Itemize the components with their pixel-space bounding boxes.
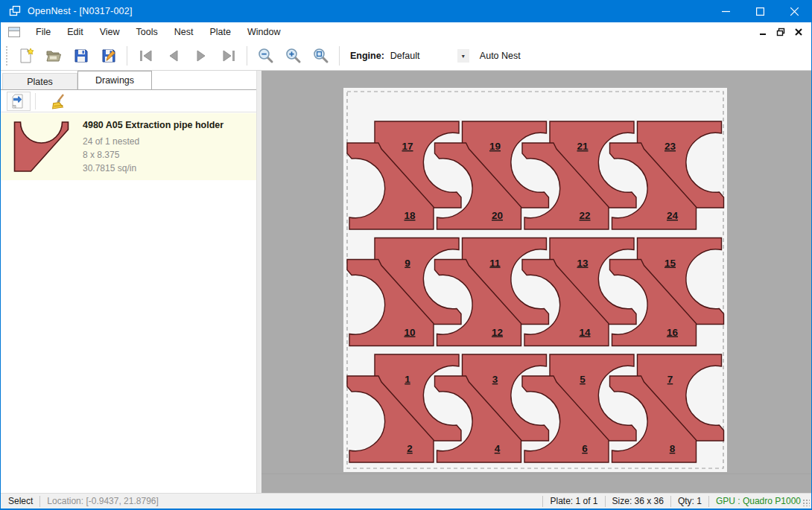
zoom-fit-icon [312,47,330,65]
part-thumbnail [1,113,83,180]
status-location: Location: [-0.9437, 21.8796] [47,496,158,506]
part-label-16: 16 [667,327,679,338]
part-label-10: 10 [404,327,415,338]
go-last-button[interactable] [216,45,241,67]
status-qty: Qty: 1 [678,496,702,506]
part-label-24: 24 [667,210,679,221]
zoom-fit-button[interactable] [308,45,334,67]
title-bar: OpenNest - [N0317-002] [1,0,811,22]
status-separator [605,496,606,507]
zoom-out-button[interactable] [253,45,279,67]
minimize-button[interactable] [708,0,743,22]
menu-window[interactable]: Window [239,24,288,40]
toolbar-grip[interactable] [5,46,9,66]
main-toolbar: Engine: Default ▾ Auto Nest [1,42,811,71]
status-separator [542,496,543,507]
part-label-13: 13 [577,258,589,269]
go-next-icon [192,47,210,65]
save-icon [72,47,90,65]
menu-edit[interactable]: Edit [59,24,92,40]
status-separator [39,496,40,507]
chevron-down-icon[interactable]: ▾ [457,49,469,63]
mdi-document-icon[interactable] [8,27,20,37]
minimize-icon [722,7,730,16]
maximize-icon [756,7,764,16]
panel-toolbar-separator [35,93,36,109]
part-label-23: 23 [664,141,676,152]
drawing-title: 4980 A05 Extraction pipe holder [83,120,223,130]
menu-nest[interactable]: Nest [166,24,202,40]
part-label-5: 5 [580,374,586,385]
mdi-close-icon [795,28,802,36]
zoom-out-icon [257,47,275,65]
new-button[interactable] [13,45,39,67]
status-gpu: GPU : Quadro P1000 [716,496,801,506]
mdi-minimize-button[interactable] [756,26,770,38]
part-label-22: 22 [579,210,590,221]
part-label-18: 18 [404,210,416,221]
mdi-restore-button[interactable] [774,26,787,38]
go-first-button[interactable] [133,45,159,67]
go-previous-icon [165,47,183,65]
go-first-icon [137,47,155,65]
part-label-20: 20 [492,210,503,221]
save-as-button[interactable] [96,45,121,67]
engine-combobox[interactable]: Default ▾ [389,47,469,65]
open-folder-icon [45,47,63,65]
clean-button[interactable] [46,92,70,111]
open-button[interactable] [41,45,66,67]
engine-value: Default [389,51,457,61]
new-document-icon [17,47,35,65]
menu-view[interactable]: View [92,24,128,40]
part-label-4: 4 [495,443,501,454]
close-button[interactable] [777,0,811,22]
status-separator [670,496,671,507]
menu-tools[interactable]: Tools [128,24,166,40]
panel-splitter[interactable] [256,71,261,493]
drawing-area: 30.7815 sq/in [83,162,223,175]
go-previous-button[interactable] [161,45,186,67]
zoom-in-icon [285,47,302,65]
drawing-list-item[interactable]: 4980 A05 Extraction pipe holder 24 of 1 … [1,113,256,180]
part-label-11: 11 [489,258,501,269]
part-label-9: 9 [405,258,410,269]
part-label-15: 15 [664,258,676,269]
tab-drawings[interactable]: Drawings [77,71,152,89]
mdi-close-button[interactable] [792,26,805,38]
nest-canvas[interactable]: 171819202122232491011121314151612345678 [261,71,811,493]
toolbar-separator [127,46,127,66]
go-next-button[interactable] [188,45,214,67]
menu-plate[interactable]: Plate [201,24,239,40]
part-label-2: 2 [407,443,413,454]
maximize-button[interactable] [743,0,777,22]
app-window: OpenNest - [N0317-002] File Edit View To… [0,0,812,510]
drawing-item-texts: 4980 A05 Extraction pipe holder 24 of 1 … [83,113,223,180]
tab-plates[interactable]: Plates [2,73,77,89]
part-label-6: 6 [582,443,588,454]
part-label-14: 14 [579,327,591,338]
nest-layout: 171819202122232491011121314151612345678 [343,88,727,472]
auto-nest-label[interactable]: Auto Nest [480,51,521,61]
plate-sheet: 171819202122232491011121314151612345678 [343,88,727,472]
save-button[interactable] [69,45,94,67]
status-size: Size: 36 x 36 [612,496,664,506]
remove-drawing-button[interactable] [7,92,31,111]
zoom-in-button[interactable] [281,45,306,67]
status-plate: Plate: 1 of 1 [550,496,597,506]
part-label-12: 12 [492,327,503,338]
engine-label: Engine: [350,51,384,61]
drawing-size: 8 x 8.375 [83,148,223,162]
broom-icon [49,92,67,110]
part-label-19: 19 [489,141,501,152]
main-area: Plates Drawings [1,71,811,493]
menu-file[interactable]: File [28,24,59,40]
part-label-8: 8 [670,443,676,454]
part-label-17: 17 [402,141,413,152]
part-label-1: 1 [405,374,410,385]
part-label-3: 3 [492,374,498,385]
resize-grip[interactable] [802,499,810,506]
status-bar: Select Location: [-0.9437, 21.8796] Plat… [1,493,811,510]
app-icon [8,4,22,18]
canvas-seam [261,474,811,474]
toolbar-separator [247,46,247,66]
